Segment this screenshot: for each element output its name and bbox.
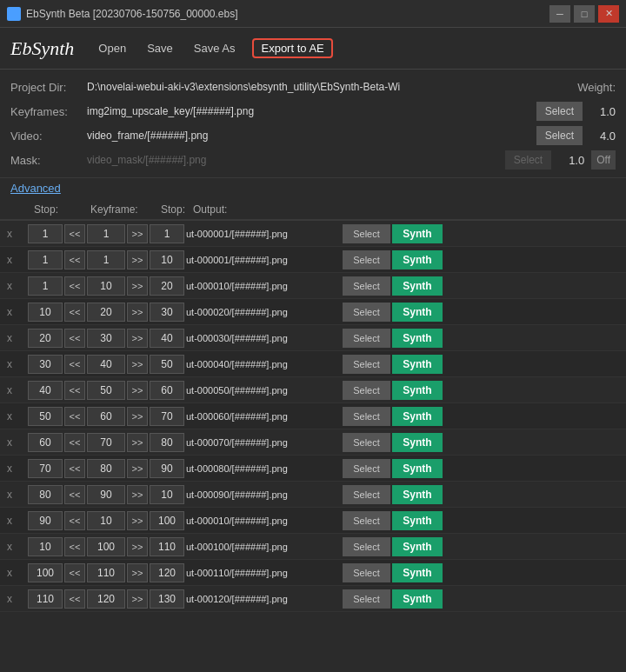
row-stop2-10[interactable] [150,485,184,504]
row-stop2-5[interactable] [150,355,184,374]
row-arrow-left-13[interactable]: << [64,563,85,582]
row-stop2-7[interactable] [150,407,184,426]
row-arrow-right-12[interactable]: >> [127,537,148,556]
video-select-button[interactable]: Select [536,126,583,145]
row-arrow-right-3[interactable]: >> [127,303,148,322]
row-select-button-6[interactable]: Select [343,381,390,400]
row-synth-button-8[interactable]: Synth [392,433,443,452]
row-arrow-left-3[interactable]: << [64,303,85,322]
advanced-link[interactable]: Advanced [0,178,626,200]
row-arrow-left-8[interactable]: << [64,433,85,452]
row-keyframe-9[interactable] [87,459,125,478]
row-arrow-right-5[interactable]: >> [127,355,148,374]
row-stop2-12[interactable] [150,537,184,556]
row-arrow-right-14[interactable]: >> [127,589,148,609]
row-arrow-left-2[interactable]: << [64,276,85,296]
row-synth-button-5[interactable]: Synth [392,355,443,374]
row-stop2-1[interactable] [150,250,184,269]
row-arrow-right-13[interactable]: >> [127,563,148,582]
row-arrow-left-10[interactable]: << [64,485,85,504]
row-x-13[interactable]: x [7,567,26,579]
row-synth-button-7[interactable]: Synth [392,407,443,426]
row-arrow-left-5[interactable]: << [64,355,85,374]
row-select-button-3[interactable]: Select [343,303,390,322]
row-stop1-5[interactable] [28,355,63,374]
row-stop1-7[interactable] [28,407,63,426]
row-stop1-9[interactable] [28,459,63,478]
row-select-button-4[interactable]: Select [343,329,390,348]
row-synth-button-4[interactable]: Synth [392,329,443,348]
row-keyframe-6[interactable] [87,381,125,400]
row-keyframe-7[interactable] [87,407,125,426]
row-stop1-13[interactable] [28,563,63,582]
row-arrow-left-6[interactable]: << [64,381,85,400]
row-synth-button-12[interactable]: Synth [392,537,443,556]
row-arrow-right-8[interactable]: >> [127,433,148,452]
row-keyframe-12[interactable] [87,537,125,556]
row-x-11[interactable]: x [7,515,26,527]
row-select-button-10[interactable]: Select [343,485,390,504]
row-select-button-8[interactable]: Select [343,433,390,452]
row-stop2-4[interactable] [150,329,184,348]
row-select-button-1[interactable]: Select [343,250,390,269]
row-arrow-right-9[interactable]: >> [127,459,148,478]
row-arrow-left-1[interactable]: << [64,250,85,269]
row-x-14[interactable]: x [7,593,26,605]
row-select-button-2[interactable]: Select [343,276,390,296]
row-synth-button-9[interactable]: Synth [392,459,443,478]
row-keyframe-5[interactable] [87,355,125,374]
row-select-button-9[interactable]: Select [343,459,390,478]
mask-off-button[interactable]: Off [591,150,616,170]
row-arrow-right-6[interactable]: >> [127,381,148,400]
row-stop2-8[interactable] [150,433,184,452]
row-synth-button-0[interactable]: Synth [392,224,443,243]
keyframes-select-button[interactable]: Select [536,102,583,121]
row-arrow-right-2[interactable]: >> [127,276,148,296]
row-x-5[interactable]: x [7,358,26,370]
row-stop2-14[interactable] [150,589,184,609]
row-arrow-left-4[interactable]: << [64,329,85,348]
row-arrow-left-9[interactable]: << [64,459,85,478]
row-keyframe-13[interactable] [87,563,125,582]
row-x-3[interactable]: x [7,306,26,318]
row-select-button-13[interactable]: Select [343,563,390,582]
row-stop1-6[interactable] [28,381,63,400]
row-x-4[interactable]: x [7,332,26,344]
row-synth-button-14[interactable]: Synth [392,589,443,609]
row-arrow-left-7[interactable]: << [64,407,85,426]
row-arrow-left-0[interactable]: << [64,224,85,243]
row-stop2-2[interactable] [150,276,184,296]
row-keyframe-3[interactable] [87,303,125,322]
row-stop2-3[interactable] [150,303,184,322]
row-keyframe-14[interactable] [87,589,125,609]
row-synth-button-13[interactable]: Synth [392,563,443,582]
row-stop2-13[interactable] [150,563,184,582]
row-x-12[interactable]: x [7,541,26,553]
row-keyframe-10[interactable] [87,485,125,504]
row-synth-button-6[interactable]: Synth [392,381,443,400]
row-synth-button-10[interactable]: Synth [392,485,443,504]
row-select-button-0[interactable]: Select [343,224,390,243]
row-stop1-3[interactable] [28,303,63,322]
row-arrow-right-10[interactable]: >> [127,485,148,504]
row-stop1-4[interactable] [28,329,63,348]
menu-open[interactable]: Open [95,40,130,57]
row-keyframe-0[interactable] [87,224,125,243]
row-select-button-12[interactable]: Select [343,537,390,556]
close-button[interactable]: ✕ [598,5,619,23]
row-arrow-left-12[interactable]: << [64,537,85,556]
mask-select-button[interactable]: Select [505,150,551,170]
row-stop1-8[interactable] [28,433,63,452]
menu-save-as[interactable]: Save As [190,40,239,57]
row-arrow-right-11[interactable]: >> [127,511,148,530]
row-select-button-7[interactable]: Select [343,407,390,426]
row-keyframe-11[interactable] [87,511,125,530]
row-stop2-6[interactable] [150,381,184,400]
row-stop1-12[interactable] [28,537,63,556]
row-arrow-right-1[interactable]: >> [127,250,148,269]
row-synth-button-3[interactable]: Synth [392,303,443,322]
row-stop2-0[interactable] [150,224,184,243]
row-x-2[interactable]: x [7,280,26,292]
row-stop1-14[interactable] [28,589,63,609]
row-x-8[interactable]: x [7,436,26,449]
